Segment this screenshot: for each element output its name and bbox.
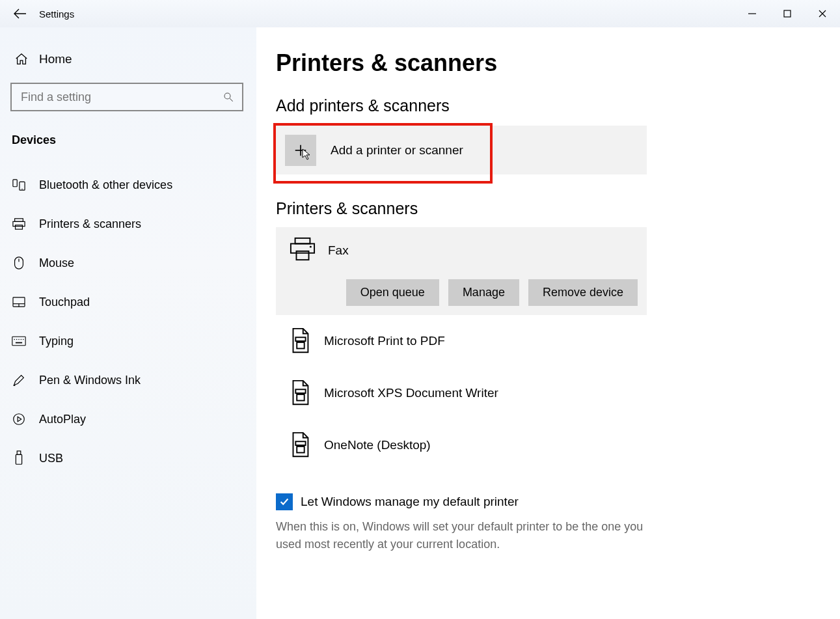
window-title: Settings: [39, 8, 74, 20]
printer-name: Microsoft XPS Document Writer: [324, 386, 498, 400]
add-printer-label: Add a printer or scanner: [331, 143, 463, 158]
printer-name: OneNote (Desktop): [324, 438, 431, 452]
sidebar-item-bluetooth[interactable]: Bluetooth & other devices: [0, 165, 256, 204]
sidebar-item-label: USB: [39, 452, 63, 465]
svg-rect-7: [15, 219, 23, 222]
home-label: Home: [39, 52, 72, 66]
document-printer-icon: [289, 379, 311, 407]
sidebar-item-label: Mouse: [39, 256, 74, 270]
sidebar-item-mouse[interactable]: Mouse: [0, 243, 256, 282]
add-section-title: Add printers & scanners: [276, 96, 820, 115]
sidebar-item-autoplay[interactable]: AutoPlay: [0, 400, 256, 439]
printer-item[interactable]: Microsoft Print to PDF: [276, 315, 820, 367]
svg-rect-33: [295, 389, 305, 393]
add-printer-button[interactable]: Add a printer or scanner: [276, 126, 647, 174]
svg-rect-32: [297, 342, 304, 349]
printer-item[interactable]: Microsoft XPS Document Writer: [276, 367, 820, 419]
svg-rect-9: [16, 225, 23, 229]
sidebar-item-pen[interactable]: Pen & Windows Ink: [0, 361, 256, 400]
open-queue-button[interactable]: Open queue: [346, 279, 439, 306]
sidebar-item-label: Printers & scanners: [39, 217, 141, 231]
sidebar-item-label: Touchpad: [39, 296, 90, 309]
plus-icon: [285, 135, 316, 166]
default-printer-label: Let Windows manage my default printer: [301, 495, 519, 509]
svg-point-30: [310, 246, 312, 248]
svg-rect-27: [295, 238, 310, 244]
mouse-icon: [12, 256, 26, 270]
svg-point-18: [18, 339, 20, 340]
svg-point-6: [21, 189, 22, 189]
home-icon: [14, 52, 29, 66]
svg-rect-21: [16, 342, 22, 344]
minimize-button[interactable]: [735, 0, 770, 27]
remove-device-button[interactable]: Remove device: [528, 279, 638, 306]
check-icon: [278, 496, 290, 508]
svg-rect-1: [784, 10, 791, 17]
svg-rect-23: [17, 451, 21, 455]
main-content: Printers & scanners Add printers & scann…: [256, 27, 840, 619]
autoplay-icon: [12, 412, 26, 426]
sidebar-item-home[interactable]: Home: [0, 47, 256, 73]
printer-name: Microsoft Print to PDF: [324, 334, 445, 348]
svg-rect-34: [297, 394, 304, 401]
bluetooth-devices-icon: [12, 178, 26, 191]
sidebar-item-typing[interactable]: Typing: [0, 322, 256, 361]
sidebar-item-usb[interactable]: USB: [0, 439, 256, 478]
sidebar-item-label: Bluetooth & other devices: [39, 178, 172, 192]
default-printer-checkbox[interactable]: [276, 493, 293, 510]
printer-item[interactable]: OneNote (Desktop): [276, 419, 820, 471]
back-button[interactable]: [13, 7, 27, 21]
maximize-button[interactable]: [770, 0, 805, 27]
sidebar-item-touchpad[interactable]: Touchpad: [0, 282, 256, 322]
svg-point-20: [23, 339, 24, 340]
titlebar: Settings: [0, 0, 840, 27]
manage-button[interactable]: Manage: [448, 279, 519, 306]
printer-icon: [289, 236, 316, 262]
search-input-container[interactable]: [10, 83, 243, 111]
sidebar-category: Devices: [0, 118, 256, 158]
sidebar-item-label: Typing: [39, 335, 74, 348]
printers-list-title: Printers & scanners: [276, 199, 820, 218]
page-title: Printers & scanners: [276, 49, 820, 77]
printer-icon: [12, 217, 26, 230]
svg-point-16: [14, 339, 15, 340]
sidebar: Home Devices Bluetooth & other devices: [0, 27, 256, 619]
pen-icon: [12, 373, 26, 387]
window-controls: [735, 0, 840, 27]
svg-rect-35: [295, 441, 305, 445]
svg-line-3: [230, 98, 233, 102]
document-printer-icon: [289, 327, 311, 355]
default-printer-description: When this is on, Windows will set your d…: [276, 518, 647, 553]
svg-point-19: [21, 339, 22, 340]
svg-point-2: [224, 93, 230, 99]
sidebar-item-printers[interactable]: Printers & scanners: [0, 204, 256, 243]
touchpad-icon: [12, 296, 26, 308]
svg-rect-15: [12, 337, 25, 346]
svg-point-22: [14, 414, 25, 425]
sidebar-item-label: AutoPlay: [39, 413, 86, 426]
printer-item-selected[interactable]: Fax Open queue Manage Remove device: [276, 227, 647, 315]
svg-rect-8: [13, 221, 25, 226]
search-icon: [223, 91, 234, 103]
svg-point-17: [16, 339, 18, 340]
svg-rect-36: [297, 447, 304, 453]
svg-rect-24: [16, 454, 21, 464]
sidebar-item-label: Pen & Windows Ink: [39, 374, 141, 387]
search-input[interactable]: [20, 90, 223, 105]
svg-rect-4: [13, 180, 17, 187]
svg-rect-31: [295, 337, 305, 341]
keyboard-icon: [12, 336, 26, 346]
printer-name: Fax: [328, 241, 349, 258]
document-printer-icon: [289, 432, 311, 459]
close-button[interactable]: [805, 0, 840, 27]
usb-icon: [12, 450, 26, 466]
